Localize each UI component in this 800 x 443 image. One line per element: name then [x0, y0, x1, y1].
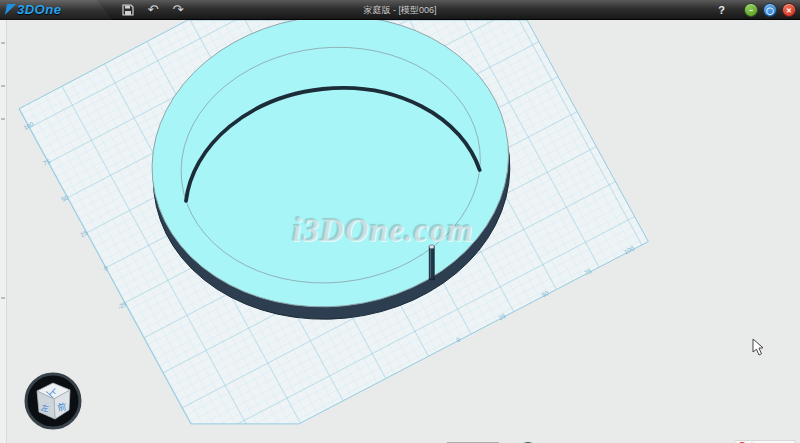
window-title: 家庭版 - [模型006] — [363, 0, 436, 20]
3d-viewport[interactable]: 100 75 50 25 0 -25 0 25 50 75 100 — [0, 20, 800, 443]
save-icon[interactable] — [120, 2, 136, 18]
app-window: 3DOne ↶ ↷ 家庭版 - [模型006] ? − ◯ ✕ — [0, 0, 800, 443]
floppy-disk-icon — [122, 4, 134, 16]
redo-button[interactable]: ↷ — [170, 2, 186, 18]
maximize-button[interactable]: ◯ — [763, 3, 777, 17]
title-bar: 3DOne ↶ ↷ 家庭版 - [模型006] ? − ◯ ✕ — [0, 0, 800, 20]
peg-model[interactable] — [429, 245, 434, 280]
scene-canvas: 100 75 50 25 0 -25 0 25 50 75 100 — [0, 20, 800, 443]
minimize-button[interactable]: − — [744, 3, 758, 17]
app-logo: 3DOne — [0, 0, 112, 20]
undo-button[interactable]: ↶ — [145, 2, 161, 18]
collapsed-panel-strip[interactable] — [0, 20, 7, 443]
cube-face-front[interactable]: 前 — [57, 401, 68, 412]
help-button[interactable]: ? — [718, 4, 725, 16]
view-cube[interactable]: 上 前 左 — [18, 366, 88, 436]
logo-text: 3DOne — [17, 2, 61, 17]
close-button[interactable]: ✕ — [782, 3, 796, 17]
logo-wedge-icon — [5, 4, 16, 15]
